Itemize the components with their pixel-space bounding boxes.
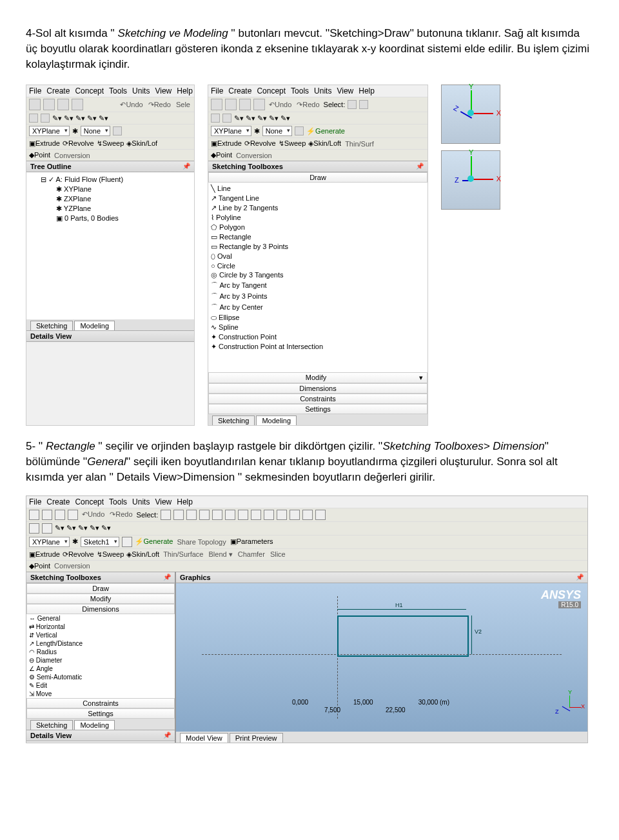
draw-polyline[interactable]: ⌇ Polyline (211, 213, 425, 223)
draw-arc-tangent[interactable]: ⌒ Arc by Tangent (211, 280, 425, 291)
pin-icon[interactable]: 📌 (182, 163, 190, 170)
chamfer-button[interactable]: Chamfer (237, 550, 266, 558)
box-icon[interactable] (359, 100, 368, 109)
revolve-button[interactable]: ⟳Revolve (63, 139, 94, 148)
camera-icon[interactable] (72, 99, 83, 110)
sweep-button[interactable]: ↯Sweep (97, 550, 124, 559)
undo-button[interactable]: ↶Undo (81, 510, 106, 519)
coord-3d[interactable] (441, 85, 500, 144)
parameters-button[interactable]: ▣Parameters (230, 537, 273, 546)
draw-line[interactable]: ╲ Line (211, 184, 425, 194)
revolve-button[interactable]: ⟳Revolve (244, 139, 276, 148)
select-box-icon[interactable] (173, 510, 184, 520)
new-icon[interactable] (29, 510, 39, 520)
redo-button[interactable]: ↷Redo (147, 101, 172, 109)
camera-icon[interactable] (68, 510, 78, 520)
conversion-button[interactable]: Conversion (53, 562, 92, 570)
skinloft-button[interactable]: ◈Skin/Loft (126, 550, 159, 559)
dim-angle[interactable]: ∠ Angle (26, 665, 175, 673)
tab-sketching[interactable]: Sketching (30, 720, 73, 730)
graphics-canvas[interactable]: ANSYS R15.0 H1 V2 0,00015,00030,000 (m) … (176, 583, 587, 732)
plane-dropdown[interactable]: XYPlane (29, 126, 70, 136)
tab-modeling[interactable]: Modeling (256, 415, 297, 425)
settings-header[interactable]: Settings (26, 708, 175, 719)
cursor-icon[interactable] (161, 510, 171, 520)
draw-spline[interactable]: ∿ Spline (211, 323, 425, 332)
filter-icon[interactable] (186, 510, 197, 520)
tool-icon[interactable] (222, 114, 231, 123)
dim-radius[interactable]: ◠ Radius (26, 648, 175, 656)
tool-icon[interactable] (29, 114, 38, 123)
rotate-icon[interactable] (238, 510, 248, 520)
sketch-dropdown[interactable]: None (81, 126, 110, 136)
draw-polygon[interactable]: ⬠ Polygon (211, 223, 425, 232)
mini-triad[interactable]: Y X Z (556, 694, 582, 720)
tool-icon[interactable] (29, 523, 39, 534)
draw-arc-3pts[interactable]: ⌒ Arc by 3 Points (211, 291, 425, 302)
coord-xy[interactable] (441, 150, 500, 210)
new-icon[interactable] (29, 99, 41, 110)
sharetopo-button[interactable]: Share Topology (175, 538, 227, 546)
thinsurf-button[interactable]: Thin/Surf (344, 140, 375, 148)
plane-dropdown[interactable]: XYPlane (29, 537, 70, 547)
menubar[interactable]: FileCreateConceptToolsUnitsViewHelp (208, 85, 427, 97)
draw-arc-center[interactable]: ⌒ Arc by Center (211, 302, 425, 313)
tab-modeling[interactable]: Modeling (74, 321, 115, 330)
menu-units[interactable]: Units (132, 86, 150, 95)
extrude-button[interactable]: ▣Extrude (29, 550, 60, 559)
undo-button[interactable]: ↶Undo (268, 101, 293, 109)
tab-sketching[interactable]: Sketching (30, 321, 73, 330)
draw-constr-point-int[interactable]: ✦ Construction Point at Intersection (211, 342, 425, 352)
sketch-icon[interactable] (113, 126, 122, 135)
tree-yzplane[interactable]: ✱ YZPlane (30, 204, 190, 214)
tree-root[interactable]: ⊟ ✓ A: Fluid Flow (Fluent) (30, 175, 190, 185)
redo-button[interactable]: ↷Redo (295, 101, 320, 109)
blend-button[interactable]: Blend ▾ (208, 550, 234, 559)
save2-icon[interactable] (57, 99, 69, 110)
tab-printpreview[interactable]: Print Preview (230, 733, 283, 743)
tool-icon[interactable] (42, 523, 52, 534)
menu-create[interactable]: Create (46, 86, 70, 95)
draw-ellipse[interactable]: ⬭ Ellipse (211, 313, 425, 323)
lookat-icon[interactable] (302, 510, 313, 520)
skinloft-button[interactable]: ◈Skin/Loft (308, 139, 341, 148)
save-icon[interactable] (42, 510, 52, 520)
zoombox-icon[interactable] (277, 510, 287, 520)
dim-vertical[interactable]: ⇵ Vertical (26, 631, 175, 639)
dimensions-header[interactable]: Dimensions (208, 383, 427, 394)
filter-icon[interactable] (212, 510, 222, 520)
sketched-rectangle[interactable] (337, 615, 469, 657)
save2-icon[interactable] (55, 510, 65, 520)
settings-header[interactable]: Settings (208, 404, 427, 414)
sketch-dropdown[interactable]: Sketch1 (81, 537, 119, 547)
pin-icon[interactable]: 📌 (163, 732, 171, 739)
extrude-button[interactable]: ▣Extrude (29, 139, 60, 148)
extrude-button[interactable]: ▣Extrude (211, 139, 242, 148)
generate-button[interactable]: ⚡Generate (306, 127, 345, 135)
dim-h1[interactable]: H1 (337, 609, 466, 610)
new-icon[interactable] (211, 99, 222, 110)
draw-circle[interactable]: ○ Circle (211, 261, 425, 270)
draw-header[interactable]: Draw (208, 172, 427, 183)
pin-icon[interactable]: 📌 (416, 163, 424, 170)
menu-view[interactable]: View (155, 86, 172, 95)
dim-general[interactable]: ↔ General (26, 614, 175, 623)
undo-button[interactable]: ↶Undo (119, 101, 144, 109)
zoomfit-icon[interactable] (290, 510, 300, 520)
draw-constr-point[interactable]: ✦ Construction Point (211, 332, 425, 342)
sketch-dropdown[interactable]: None (262, 126, 292, 136)
dim-diameter[interactable]: ⊖ Diameter (26, 656, 175, 665)
generate-button[interactable]: ⚡Generate (135, 537, 173, 546)
dim-edit[interactable]: ✎ Edit (26, 681, 175, 690)
dim-semiauto[interactable]: ⚙ Semi-Automatic (26, 673, 175, 681)
save-icon[interactable] (225, 99, 237, 110)
save-icon[interactable] (43, 99, 55, 110)
tool-icon[interactable] (41, 114, 50, 123)
skinloft-button[interactable]: ◈Skin/Lof (126, 139, 157, 148)
modify-header[interactable]: Modify▾ (208, 372, 427, 383)
conversion-button[interactable]: Conversion (235, 152, 273, 159)
menu-tools[interactable]: Tools (109, 86, 127, 95)
constraints-header[interactable]: Constraints (208, 394, 427, 404)
menu-concept[interactable]: Concept (75, 86, 104, 95)
draw-circle-3-tangents[interactable]: ◎ Circle by 3 Tangents (211, 270, 425, 280)
